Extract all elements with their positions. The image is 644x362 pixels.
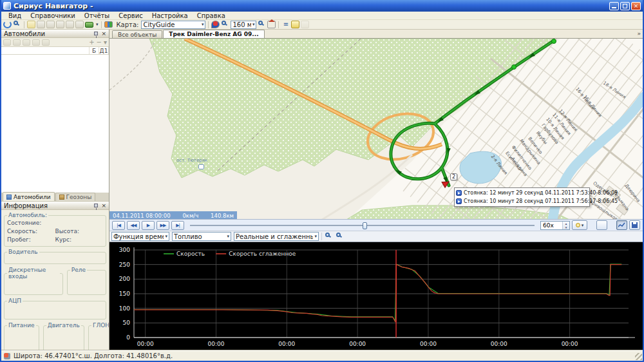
close-icon[interactable]: × [101, 30, 106, 37]
menu-item-0[interactable]: Вид [4, 12, 26, 20]
columns-icon[interactable]: ▾ [104, 39, 107, 46]
remove-icon[interactable]: − [97, 39, 102, 46]
vehicles-list[interactable] [1, 55, 109, 193]
chart-mini-icon [618, 222, 625, 228]
title-bar[interactable]: Сириус Навигатор - × [1, 0, 643, 12]
track-stop-badge[interactable]: 2 [450, 173, 457, 180]
svg-text:Скорость: Скорость [176, 251, 205, 257]
legend-icon[interactable]: ≡ [281, 21, 290, 28]
car-filter-dropdown-icon[interactable]: ▾ [96, 22, 99, 27]
menu-item-1[interactable]: Справочники [26, 12, 80, 20]
map-tooltip: Стоянка: 12 минут 29 секунд 04.11.2011 7… [454, 187, 590, 207]
chevron-down-icon: ▾ [227, 234, 229, 239]
svg-text:00:00: 00:00 [208, 341, 225, 347]
resize-grip[interactable] [635, 353, 642, 360]
menu-bar: ВидСправочникиОтчётыСервисНастройкаСправ… [1, 12, 643, 20]
playback-datetime: 04.11.2011 08:00:00 [113, 213, 171, 219]
map-select[interactable]: CityGuide ▾ [141, 21, 205, 29]
svg-text:200: 200 [119, 276, 130, 282]
car-search-icon[interactable] [3, 39, 11, 46]
scale-select[interactable]: 160 м ▾ [231, 21, 256, 29]
timeline-thumb[interactable] [363, 222, 367, 229]
follow-icon[interactable] [3, 21, 12, 28]
speed-chart[interactable]: 00:0000:0000:0000:0000:0000:0000:0005010… [109, 242, 643, 352]
function-select[interactable]: Функция времени▾ [111, 232, 169, 241]
rewind-button[interactable]: ◀◀ [127, 221, 140, 230]
svg-text:00:00: 00:00 [562, 341, 578, 347]
ruler-icon[interactable] [75, 21, 84, 28]
close-button[interactable]: × [631, 2, 641, 10]
poi-icon[interactable] [211, 21, 220, 28]
notes-icon[interactable] [291, 21, 299, 28]
svg-text:00:00: 00:00 [278, 341, 295, 347]
menu-item-3[interactable]: Сервис [114, 12, 147, 20]
search-icon[interactable] [13, 21, 21, 28]
skip-end-button[interactable]: ▶| [171, 221, 184, 230]
forward-button[interactable]: ▶▶ [156, 221, 169, 230]
skip-start-button[interactable]: |◀ [112, 221, 125, 230]
stop-event-icon [456, 190, 462, 196]
undo-icon[interactable] [46, 21, 55, 28]
stop-event-icon [456, 198, 462, 204]
chart-zoom-in-icon[interactable] [325, 233, 333, 240]
car-go-icon[interactable] [13, 39, 21, 46]
svg-text:250: 250 [119, 262, 130, 268]
state-label: Состояние: [7, 220, 103, 226]
maximize-button[interactable] [620, 2, 630, 10]
minimize-button[interactable] [609, 2, 619, 10]
svg-text:Скорость сглаженное: Скорость сглаженное [229, 251, 296, 257]
chart-panel-button[interactable] [616, 220, 627, 230]
save-button[interactable] [629, 220, 640, 230]
edit-track-icon[interactable] [27, 21, 35, 28]
track-highlight-button[interactable]: ▾ [572, 220, 587, 230]
adc-group: АЦП [4, 298, 106, 319]
tab-overflow-icon[interactable]: » [637, 30, 641, 37]
menu-item-5[interactable]: Справка [193, 12, 230, 20]
app-window: Сириус Навигатор - × ВидСправочникиОтчёт… [0, 0, 644, 362]
values-mode-select[interactable]: Реальные и сглаженные значени▾ [234, 232, 319, 241]
playback-speed-input[interactable]: 60x ▴ ▾ [540, 221, 570, 230]
sidebar: Автомобили × + − ▾ Б Д1 [1, 30, 109, 350]
options-button[interactable] [596, 220, 607, 230]
home-icon[interactable] [267, 21, 276, 28]
tab-all-objects[interactable]: Все объекты [112, 30, 162, 38]
car-filter-icon[interactable] [85, 22, 93, 28]
menu-item-2[interactable]: Отчёты [80, 12, 114, 20]
status-bar: Широта: 46.47401°с.ш. Долгота: 41.48016°… [1, 350, 643, 361]
tab-vehicles[interactable]: Автомобили [3, 192, 55, 201]
zoom-out-icon[interactable] [258, 21, 266, 28]
column-d1: Д1 [99, 47, 109, 54]
delete-icon[interactable] [56, 21, 64, 28]
add-icon[interactable]: + [89, 39, 94, 46]
bus-stop-icon [198, 164, 204, 169]
eye-icon[interactable] [42, 39, 50, 46]
timeline-slider[interactable] [190, 221, 535, 230]
chart-icon[interactable] [104, 21, 113, 28]
blank-icon [301, 21, 309, 28]
tab-geozones[interactable]: Геозоны [55, 193, 96, 201]
coordinates-text: Широта: 46.47401°с.ш. Долгота: 41.48016°… [14, 352, 173, 359]
globe-icon[interactable] [23, 39, 30, 46]
spin-down-icon[interactable]: ▾ [563, 225, 569, 229]
vehicles-tab-icon [6, 195, 12, 200]
pin-icon[interactable] [94, 32, 98, 35]
tab-track[interactable]: Трек Daimler-Benz AG 09... [163, 30, 264, 38]
info-panel-title: Информация [4, 202, 48, 209]
menu-item-4[interactable]: Настройка [147, 12, 193, 20]
play-button[interactable]: ▶ [142, 221, 155, 230]
chart-zoom-out-icon[interactable] [336, 233, 344, 240]
vehicles-column-header[interactable]: Б Д1 [1, 47, 109, 55]
parameter-select[interactable]: Топливо▾ [172, 232, 231, 241]
close-icon[interactable]: × [101, 202, 106, 209]
map-canvas[interactable]: 18-я Линия16-я Линия15-я Линия12-я Линия… [109, 38, 643, 219]
main-toolbar: ▾ Карта: CityGuide ▾ 160 м ▾ ≡ [1, 20, 643, 30]
playback-distance: 140.8км [211, 213, 234, 219]
vehicles-panel-title: Автомобили [4, 30, 45, 37]
zoom-in-icon[interactable] [221, 21, 229, 28]
chevron-down-icon: ▾ [165, 234, 167, 239]
speed-label: Скорость: [7, 228, 55, 234]
pin-icon[interactable] [94, 204, 98, 207]
binoculars-icon[interactable] [32, 39, 40, 46]
select-icon[interactable] [37, 21, 45, 28]
measure-icon[interactable] [66, 21, 74, 28]
